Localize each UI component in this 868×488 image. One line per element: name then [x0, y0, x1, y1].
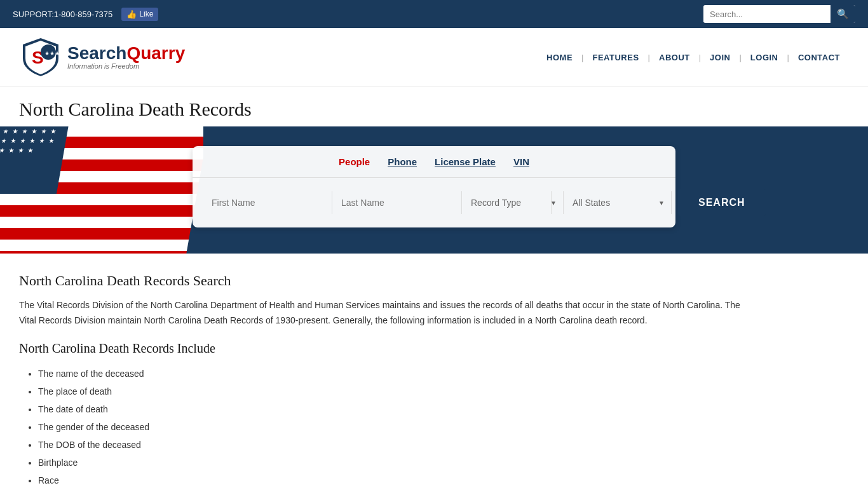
all-states-wrapper: All States North Carolina California Tex… [564, 191, 672, 214]
first-name-input[interactable] [203, 191, 332, 214]
page-title: North Carolina Death Records [19, 98, 849, 120]
record-type-wrapper: Record Type Death Records Birth Records … [462, 191, 564, 214]
all-states-select[interactable]: All States North Carolina California Tex… [564, 191, 671, 214]
last-name-input[interactable] [332, 191, 462, 214]
nav-join[interactable]: JOIN [701, 53, 739, 62]
list-item: The place of death [38, 383, 743, 400]
brand-name: SearchQuarry [67, 44, 185, 62]
includes-list: The name of the deceased The place of de… [38, 365, 743, 488]
svg-text:★★★: ★★★ [44, 50, 60, 57]
page-title-section: North Carolina Death Records [0, 87, 868, 126]
nav-about[interactable]: ABOUT [650, 53, 699, 62]
brand-quarry: Quarry [126, 43, 185, 63]
includes-heading: North Carolina Death Records Include [19, 341, 743, 356]
list-item: The date of death [38, 400, 743, 418]
support-text: SUPPORT:1-800-859-7375 [13, 10, 112, 19]
top-search-bar[interactable]: 🔍 [703, 5, 855, 23]
list-item: The gender of the deceased [38, 418, 743, 436]
list-item: The DOB of the deceased [38, 436, 743, 454]
search-card: People Phone License Plate VIN Record Ty… [193, 146, 675, 227]
hero-banner: ★ ★ ★ ★ ★ ★ ★ ★ ★ ★ ★ ★ ★ ★ ★ ★ ★ ★ ★ ★ … [0, 126, 868, 254]
logo: S ★★★ SearchQuarry Information is Freedo… [19, 36, 185, 79]
logo-tagline: Information is Freedom [67, 62, 185, 70]
list-item: Birthplace [38, 454, 743, 471]
search-inputs-row: Record Type Death Records Birth Records … [193, 178, 675, 227]
nav-home[interactable]: HOME [538, 53, 581, 62]
search-tabs: People Phone License Plate VIN [193, 146, 675, 178]
list-item: Race [38, 471, 743, 488]
nav-login[interactable]: LOGIN [742, 53, 787, 62]
logo-icon: S ★★★ [19, 36, 62, 79]
record-type-select[interactable]: Record Type Death Records Birth Records … [462, 191, 552, 214]
tab-phone[interactable]: Phone [388, 156, 417, 168]
search-button[interactable]: SEARCH [678, 189, 766, 216]
site-header: S ★★★ SearchQuarry Information is Freedo… [0, 28, 868, 87]
logo-text: SearchQuarry Information is Freedom [67, 44, 185, 70]
like-label: Like [139, 10, 153, 18]
top-bar-left: SUPPORT:1-800-859-7375 👍 Like [13, 8, 158, 21]
top-search-button[interactable]: 🔍 [831, 5, 855, 23]
tab-people[interactable]: People [339, 156, 370, 168]
list-item: The name of the deceased [38, 365, 743, 383]
tab-license-plate[interactable]: License Plate [435, 156, 496, 168]
tab-vin[interactable]: VIN [513, 156, 529, 168]
brand-search: Search [67, 43, 126, 63]
top-bar: SUPPORT:1-800-859-7375 👍 Like 🔍 [0, 0, 868, 28]
content-heading: North Carolina Death Records Search [19, 273, 743, 289]
top-search-input[interactable] [703, 6, 831, 22]
main-nav: HOME | FEATURES | ABOUT | JOIN | LOGIN |… [538, 53, 849, 62]
flag-background: ★ ★ ★ ★ ★ ★ ★ ★ ★ ★ ★ ★ ★ ★ ★ ★ ★ ★ ★ ★ … [0, 126, 203, 254]
nav-contact[interactable]: CONTACT [789, 53, 849, 62]
content-body: The Vital Records Division of the North … [19, 298, 743, 329]
facebook-like-button[interactable]: 👍 Like [121, 8, 158, 21]
nav-features[interactable]: FEATURES [584, 53, 648, 62]
thumbs-up-icon: 👍 [126, 10, 137, 19]
main-content: North Carolina Death Records Search The … [0, 254, 763, 488]
